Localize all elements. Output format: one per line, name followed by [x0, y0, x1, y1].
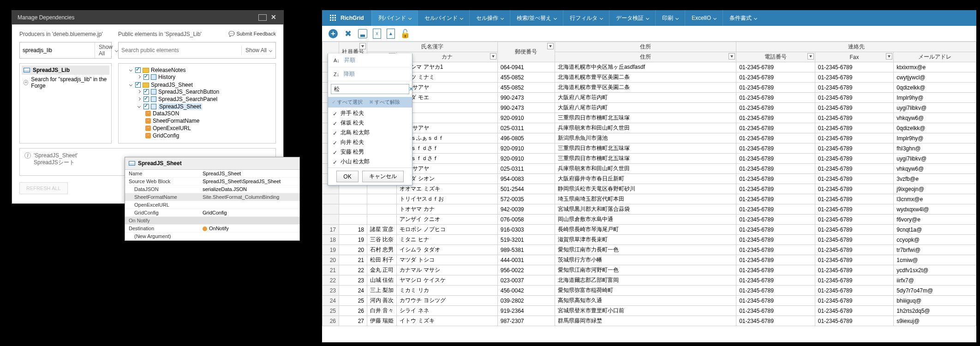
- menu-item[interactable]: 行フィルタ: [563, 10, 609, 26]
- tree-node[interactable]: OpenExcelURL: [145, 125, 274, 131]
- filter-option[interactable]: ✓小山 松太郎: [328, 157, 412, 167]
- tree-node[interactable]: SheetFormatName: [145, 118, 274, 124]
- menu-item[interactable]: データ検証: [609, 10, 655, 26]
- filter-option[interactable]: ✓井手 松夫: [328, 108, 412, 118]
- table-row[interactable]: あｄｓｆｄさｆ920-0910三重県四日市市楠町北五味塚01-2345-6789…: [323, 154, 976, 164]
- tree-node[interactable]: GridConfig: [145, 132, 274, 139]
- delete-button[interactable]: ✖: [343, 29, 353, 38]
- checkbox-icon[interactable]: [135, 82, 141, 88]
- tree-node[interactable]: SpreadJS_Sheet: [129, 82, 274, 88]
- filter-button[interactable]: [807, 53, 814, 60]
- menu-item[interactable]: 条件書式: [723, 10, 763, 26]
- brand[interactable]: RichGrid: [322, 14, 371, 22]
- table-row[interactable]: コマツ ミナミ455-0852北海道札幌市豊平区美園二条01-2345-6789…: [323, 72, 976, 83]
- table-row[interactable]: ハラ サアヤ455-0852北海道札幌市豊平区美園二条01-2345-67890…: [323, 83, 976, 93]
- table-row[interactable]: トオヤマ カナ942-0039宮城県黒川郡大和町落合蒜袋01-2345-6789…: [323, 204, 976, 215]
- table-row[interactable]: オオマエ ミズキ501-2544静岡県浜松市天竜区春野町砂川01-2345-67…: [323, 184, 976, 194]
- table-row[interactable]: 2526白井 音々シライ ネネ919-2364宮城県登米市豊里町小口前01-23…: [323, 306, 976, 316]
- table-row[interactable]: あｄｓふぁｓｄｆ496-0805新潟県糸魚川市蒲池01-2345-678901-…: [323, 133, 976, 143]
- refresh-all-button[interactable]: REFRESH ALL: [19, 182, 68, 194]
- public-search-input[interactable]: [119, 45, 241, 55]
- col-header[interactable]: 住所: [555, 52, 736, 62]
- filter-button[interactable]: [886, 53, 892, 60]
- property-row[interactable]: DataJSONserializeData.JSON: [125, 185, 299, 193]
- table-row[interactable]: ハラ サアヤ025-0311兵庫県朝来市和田山町久世田01-2345-67890…: [323, 123, 976, 133]
- sort-desc[interactable]: Z↓降順: [328, 67, 412, 81]
- table-row[interactable]: abc990-2473大阪府八尾市荘内町01-2345-678901-2345-…: [323, 103, 976, 113]
- producers-search-input[interactable]: [20, 45, 95, 55]
- table-row[interactable]: 1718諸星 宣彦モロボシ ノブヒコ916-0303長崎県長崎市琴海尾戸町01-…: [323, 225, 976, 235]
- sort-asc[interactable]: A↓昇順: [328, 54, 412, 67]
- filter-button[interactable]: [547, 43, 554, 49]
- filter-cancel-button[interactable]: キャンセル: [362, 171, 404, 182]
- clear-search-icon[interactable]: ✕: [406, 86, 416, 92]
- table-row[interactable]: アンザイ クニオ076-0058岡山県倉敷市水島中通01-2345-678901…: [323, 215, 976, 225]
- menu-item[interactable]: 検索/並べ替え: [510, 10, 563, 26]
- property-row[interactable]: GridConfigGridConfig: [125, 209, 299, 217]
- tree-node[interactable]: SpreadJS_Sheet: [137, 103, 274, 110]
- property-row[interactable]: (New Argument): [125, 233, 299, 240]
- table-row[interactable]: あｄｓｆｄさｆ920-0910三重県四日市市楠町北五味塚01-2345-6789…: [323, 143, 976, 154]
- deselect-all[interactable]: すべて解除: [369, 99, 400, 106]
- property-row[interactable]: DestinationOnNotify: [125, 225, 299, 233]
- filter-option[interactable]: ✓北島 松太郎: [328, 128, 412, 137]
- tree-node[interactable]: SpreadJS_SearchButton: [137, 89, 274, 95]
- dialog-titlebar[interactable]: Manage Dependencies ✕: [12, 11, 283, 24]
- tree-node[interactable]: History: [137, 74, 274, 80]
- table-row[interactable]: 1819三谷 比奈ミタニ ヒナ519-3201滋賀県草津市長束町01-2345-…: [323, 235, 976, 245]
- col-header[interactable]: 電話番号: [736, 52, 815, 62]
- checkbox-icon[interactable]: [143, 104, 149, 109]
- table-row[interactable]: トリイヤスｄｆお572-0035埼玉県南埼玉郡宮代町本田01-2345-6789…: [323, 194, 976, 204]
- menu-item[interactable]: 印刷: [655, 10, 685, 26]
- checkbox-icon[interactable]: [143, 74, 149, 80]
- filter-ok-button[interactable]: OK: [336, 171, 358, 182]
- menu-item[interactable]: セル操作: [469, 10, 510, 26]
- col-header[interactable]: メールアドレ: [894, 52, 976, 62]
- table-row[interactable]: マツシマ アヤカ1064-0941北海道札幌市中央区旭ヶ丘asdfasdf01-…: [323, 62, 976, 72]
- table-row[interactable]: 2122金丸 正司カナマル マサシ956-0022愛知県江南市河野町一色01-2…: [323, 265, 976, 275]
- menu-item[interactable]: ExcelIO: [685, 10, 723, 26]
- property-row[interactable]: SheetFormatNameSite.SheetFormat_ColumnBi…: [125, 193, 299, 201]
- table-row[interactable]: ABC920-0910三重県四日市市楠町北五味塚01-2345-678901-2…: [323, 113, 976, 123]
- tree-node[interactable]: ReleaseNotes: [129, 67, 274, 73]
- forge-search-item[interactable]: Search for "spreadjs_lib" in the Forge: [22, 75, 109, 90]
- menu-item[interactable]: セルバインド: [418, 10, 469, 26]
- export-pdf-button[interactable]: ▲: [387, 29, 395, 39]
- filter-option[interactable]: ✓安藤 松男: [328, 147, 412, 157]
- select-all[interactable]: すべて選択: [332, 99, 363, 106]
- table-row[interactable]: 2021松田 利子マツダ トシコ444-0031茨城県行方市小幡01-2345-…: [323, 255, 976, 265]
- filter-option[interactable]: ✓保坂 松夫: [328, 118, 412, 128]
- checkbox-icon[interactable]: [143, 89, 149, 95]
- table-row[interactable]: ハラ サアヤ025-0311兵庫県朝来市和田山町久世田01-2345-67890…: [323, 164, 976, 174]
- table-row[interactable]: 2627伊藤 瑞姫イトウ ミズキ987-2307群馬県藤岡市緑埜01-2345-…: [323, 316, 976, 326]
- table-row[interactable]: 2425河内 善次カワウチ ヨシツグ039-2802高知県高知市久通01-234…: [323, 296, 976, 306]
- col-header[interactable]: Fax: [815, 52, 894, 62]
- tree-node[interactable]: SpreadJS_SearchPanel: [137, 96, 274, 102]
- filter-button[interactable]: [359, 43, 366, 49]
- property-row[interactable]: OpenExcelURL: [125, 201, 299, 209]
- table-row[interactable]: 1920石村 忠男イシムラ タダオ989-5381愛知県江南市力長町一色01-2…: [323, 245, 976, 255]
- property-row[interactable]: NameSpreadJS_Sheet: [125, 170, 299, 178]
- col-header[interactable]: 郵便番号: [497, 42, 555, 62]
- filter-option[interactable]: ✓向井 松夫: [328, 137, 412, 147]
- menu-item[interactable]: 列バインド: [371, 10, 418, 26]
- table-row[interactable]: ハマダ モエ990-2473大阪府八尾市荘内町01-2345-678901-23…: [323, 93, 976, 103]
- property-row[interactable]: On Notify: [125, 217, 299, 225]
- add-button[interactable]: +: [329, 29, 338, 38]
- property-row[interactable]: Source Web BlockSpreadJS_Sheet\SpreadJS_…: [125, 178, 299, 185]
- table-row[interactable]: 2324三上 梨加ミカミ リカ456-0042愛知県弥富市稲荷崎町01-2345…: [323, 286, 976, 296]
- tree-node[interactable]: DataJSON: [145, 110, 274, 117]
- maximize-icon[interactable]: [258, 14, 267, 21]
- filter-search-input[interactable]: [331, 84, 406, 94]
- export-excel-button[interactable]: x: [373, 29, 381, 39]
- save-button[interactable]: [358, 29, 367, 38]
- table-row[interactable]: タケダ シオン954-0083大阪府藤井寺市春日丘新町01-2345-67890…: [323, 174, 976, 184]
- producers-show-all[interactable]: Show All: [95, 42, 121, 58]
- public-show-all[interactable]: Show All: [241, 46, 275, 55]
- unlock-icon[interactable]: 🔓: [400, 29, 410, 38]
- filter-button[interactable]: [729, 53, 735, 60]
- close-icon[interactable]: ✕: [269, 14, 278, 21]
- checkbox-icon[interactable]: [135, 67, 141, 73]
- filter-options-list[interactable]: ✓井手 松夫✓保坂 松夫✓北島 松太郎✓向井 松夫✓安藤 松男✓小山 松太郎: [328, 107, 412, 167]
- producer-item[interactable]: SpreadJS_Lib: [22, 66, 109, 75]
